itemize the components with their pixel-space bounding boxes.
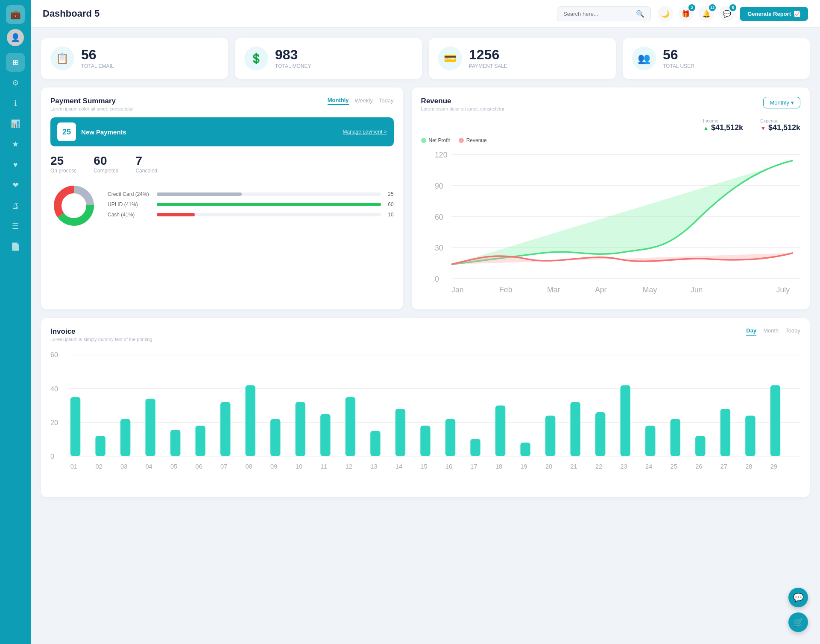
sidebar-item-star[interactable]: ★ (6, 135, 25, 154)
svg-text:05: 05 (170, 463, 177, 470)
bar-10 (296, 402, 305, 456)
sidebar-item-dashboard[interactable]: ⊞ (6, 53, 25, 72)
revenue-titles: Revenue Lorem ipsum dolor sit amet, cons… (421, 97, 505, 111)
sidebar-item-list[interactable]: ☰ (6, 217, 25, 236)
revenue-legend: Net Profit Revenue (421, 137, 800, 143)
sidebar-item-settings[interactable]: ⚙ (6, 73, 25, 92)
sidebar-item-heart2[interactable]: ❤ (6, 176, 25, 195)
sidebar-item-chart[interactable]: 📊 (6, 114, 25, 133)
on-process-label: On process (50, 168, 76, 174)
payment-number: 1256 (469, 48, 507, 61)
invoice-tab-day[interactable]: Day (746, 327, 756, 336)
sidebar-item-info[interactable]: ℹ (6, 94, 25, 113)
invoice-card: Invoice Lorem ipsum is simply dummy text… (41, 318, 810, 497)
stat-card-email: 📋 56 TOTAL EMAIL (41, 38, 228, 79)
bar-08 (246, 385, 255, 456)
completed-number: 60 (94, 154, 118, 168)
invoice-subtitle: Lorem ipsum is simply dummy text of the … (50, 337, 152, 342)
svg-text:09: 09 (270, 463, 277, 470)
expense-down-icon: ▼ (760, 125, 766, 131)
bar-12 (346, 397, 355, 456)
legend-revenue: Revenue (459, 137, 487, 143)
invoice-tab-today[interactable]: Today (785, 327, 800, 336)
chat-button[interactable]: 💬 5 (719, 6, 735, 21)
net-profit-label: Net Profit (429, 137, 450, 143)
bar-row-upi: UPI ID (41%) 60 (108, 201, 394, 207)
bar-21 (570, 402, 580, 456)
bar-02 (95, 436, 105, 456)
on-process-number: 25 (50, 154, 76, 168)
user-avatar[interactable]: 👤 (7, 29, 24, 46)
bell-button[interactable]: 🔔 12 (699, 6, 714, 21)
svg-text:19: 19 (520, 463, 527, 470)
chevron-down-icon: ▾ (791, 99, 794, 106)
new-payments-label: New Payments (81, 128, 338, 136)
fab-chat-button[interactable]: 💬 (788, 588, 808, 607)
revenue-filter-button[interactable]: Monthly ▾ (763, 97, 800, 108)
sidebar-item-heart[interactable]: ♥ (6, 155, 25, 174)
svg-text:25: 25 (671, 463, 677, 470)
svg-text:18: 18 (495, 463, 502, 470)
stats-row: 📋 56 TOTAL EMAIL 💲 983 TOTAL MONEY 💳 (41, 38, 810, 79)
new-payments-bar: 25 New Payments Manage payment > (50, 117, 394, 146)
user-icon: 👥 (632, 47, 656, 70)
payment-bars: Credit Card (24%) 25 UPI ID (41%) (108, 191, 394, 222)
stat-user-info: 56 TOTAL USER (663, 48, 694, 69)
sidebar-item-print[interactable]: 🖨 (6, 196, 25, 215)
svg-text:26: 26 (695, 463, 702, 470)
bar-11 (320, 414, 330, 456)
bar-07 (220, 402, 230, 456)
svg-text:22: 22 (595, 463, 602, 470)
svg-text:27: 27 (720, 463, 727, 470)
bar-05 (170, 430, 180, 456)
donut-svg (50, 182, 97, 229)
tab-weekly[interactable]: Weekly (355, 97, 373, 105)
search-icon: 🔍 (636, 10, 644, 18)
theme-toggle-button[interactable]: 🌙 (658, 6, 673, 21)
bar-track-credit (157, 192, 381, 196)
svg-text:0: 0 (435, 275, 439, 283)
bar-25 (671, 419, 680, 456)
bar-chart-icon: 📈 (794, 11, 800, 17)
svg-text:08: 08 (246, 463, 252, 470)
revenue-dot (459, 138, 464, 143)
generate-report-button[interactable]: Generate Report 📈 (740, 7, 808, 21)
svg-text:Jan: Jan (451, 286, 464, 294)
bar-20 (545, 416, 555, 456)
manage-payment-link[interactable]: Manage payment > (343, 129, 387, 135)
svg-text:Apr: Apr (594, 286, 606, 294)
page-title: Dashboard 5 (43, 8, 550, 19)
invoice-tab-month[interactable]: Month (763, 327, 779, 336)
donut-chart (50, 182, 97, 231)
stat-email-info: 56 TOTAL EMAIL (81, 48, 114, 69)
canceled-stat: 7 Canceled (135, 154, 157, 174)
fab-cart-button[interactable]: 🛒 (788, 612, 808, 632)
revenue-subtitle: Lorem ipsum dolor sit amet, consectetur (421, 106, 505, 111)
expense-item: Expense ▼ $41,512k (760, 118, 800, 132)
svg-text:01: 01 (70, 463, 77, 470)
search-box: 🔍 (557, 6, 651, 21)
invoice-tabs: Day Month Today (746, 327, 800, 336)
bar-track-cash (157, 213, 381, 216)
tab-today[interactable]: Today (379, 97, 394, 105)
bar-18 (495, 406, 505, 457)
middle-row: Payment Summary Lorem ipsum dolor sit am… (41, 87, 810, 309)
expense-label: Expense (760, 118, 800, 123)
svg-text:24: 24 (645, 463, 652, 470)
sidebar-item-report[interactable]: 📄 (6, 237, 25, 256)
svg-text:07: 07 (220, 463, 227, 470)
bar-label-upi: UPI ID (41%) (108, 201, 152, 207)
stat-money-info: 983 TOTAL MONEY (275, 48, 311, 69)
gift-button[interactable]: 🎁 2 (678, 6, 694, 21)
expense-value: ▼ $41,512k (760, 123, 800, 132)
stat-card-user: 👥 56 TOTAL USER (623, 38, 810, 79)
money-icon: 💲 (244, 47, 268, 70)
email-label: TOTAL EMAIL (81, 63, 114, 69)
tab-monthly[interactable]: Monthly (328, 97, 349, 105)
search-input[interactable] (563, 11, 633, 17)
canceled-number: 7 (135, 154, 157, 168)
bar-15 (420, 426, 430, 456)
expense-amount: $41,512k (768, 123, 800, 132)
invoice-header: Invoice Lorem ipsum is simply dummy text… (50, 327, 800, 342)
income-item: Income ▲ $41,512k (703, 118, 743, 132)
